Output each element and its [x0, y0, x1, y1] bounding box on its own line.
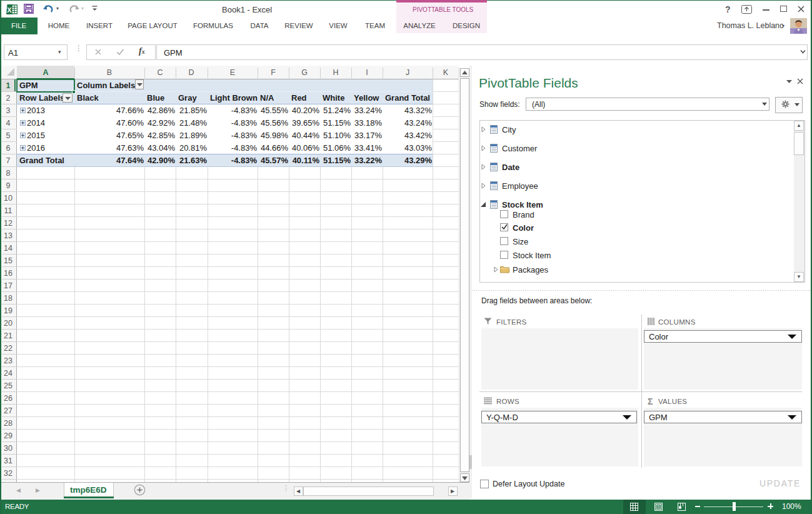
svg-text:X: X [7, 6, 12, 14]
